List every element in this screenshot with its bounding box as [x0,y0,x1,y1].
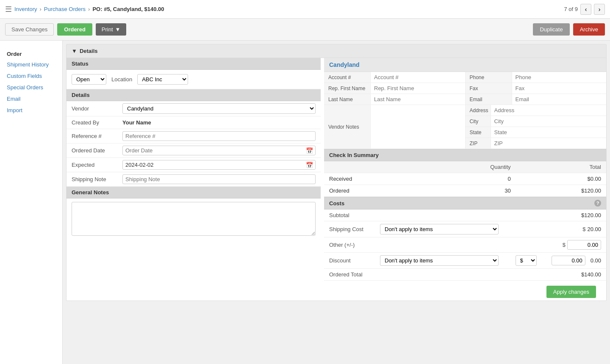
costs-row-other: Other (+/-) $ [324,237,606,253]
other-mid [375,237,543,253]
panel-header-details[interactable]: ▼ Details [67,44,606,58]
address-input-wrap [491,105,607,116]
costs-row-shipping: Shipping Cost Don't apply to items Apply… [324,221,606,237]
details-panel: ▼ Details Status Open [66,44,607,301]
last-name-input-wrap [371,94,465,105]
next-button[interactable]: › [594,4,605,15]
top-nav: ☰ Inventory › Purchase Orders › PO: #5, … [0,0,610,19]
calendar-icon-expected: 📅 [306,162,313,168]
reference-input[interactable] [122,131,316,141]
archive-button[interactable]: Archive [573,23,605,36]
print-button[interactable]: Print ▼ [96,23,127,36]
expected-label: Expected [72,162,122,168]
prev-button[interactable]: ‹ [580,4,591,15]
vendor-header: Candyland [324,58,606,72]
shipping-note-input[interactable] [122,174,316,184]
discount-unit-select[interactable]: $ % [516,255,537,266]
received-qty: 0 [424,173,516,185]
hamburger-icon[interactable]: ☰ [5,5,12,14]
fax-cell: Fax [466,83,607,94]
phone-cell: Phone [466,72,607,83]
expected-input[interactable] [122,160,316,170]
discount-amount-cell: 0.00 [543,253,606,269]
apply-changes-button[interactable]: Apply changes [546,286,596,298]
expected-row: Expected 📅 [67,158,321,172]
address-label: Address [466,105,491,116]
zip-input-wrap [491,138,607,149]
location-label: Location [111,76,132,83]
sidebar-item-custom-fields[interactable]: Custom Fields [0,70,62,82]
help-icon[interactable]: ? [594,200,601,207]
costs-title: Costs [329,200,344,207]
last-name-label: Last Name [324,94,371,105]
sidebar-item-special-orders[interactable]: Special Orders [0,82,62,93]
discount-select[interactable]: Don't apply to items Apply to items [380,255,499,266]
address-input[interactable] [491,105,607,116]
sidebar-section-order: Order [0,47,62,59]
zip-input[interactable] [491,138,607,149]
costs-row-discount: Discount Don't apply to items Apply to i… [324,253,606,269]
details-grid: Status Open Closed Pending Location [67,58,606,301]
rep-first-input[interactable] [371,83,465,94]
vendor-notes-area [371,105,465,149]
sidebar-item-email[interactable]: Email [0,93,62,105]
status-section-body: Open Closed Pending Location ABC Inc Oth… [67,70,321,89]
vendor-select[interactable]: Candyland [122,103,316,114]
shipping-note-value [122,174,316,184]
vendor-row: Vendor Candyland [67,101,321,116]
breadcrumb-sep1: › [39,6,41,12]
address-right: Address City [466,105,607,149]
shipping-cost-select[interactable]: Don't apply to items Apply to items [380,224,499,234]
discount-select-cell: Don't apply to items Apply to items [375,253,510,269]
reference-value [122,131,316,141]
col-total: Total [516,161,606,173]
received-label: Received [324,173,424,185]
state-input[interactable] [491,127,607,138]
shipping-select-cell: Don't apply to items Apply to items [375,221,543,237]
status-select[interactable]: Open Closed Pending [72,74,106,85]
shipping-note-label: Shipping Note [72,176,122,182]
rep-first-label: Rep. First Name [324,83,371,94]
general-notes-textarea[interactable] [72,202,316,236]
ordered-button[interactable]: Ordered [57,23,92,36]
city-input[interactable] [491,116,607,127]
ordered-date-row: Ordered Date 📅 [67,143,321,158]
state-input-wrap [491,127,607,138]
save-button[interactable]: Save Changes [5,23,54,36]
email-cell: Email [466,94,607,105]
account-input[interactable] [371,72,465,83]
vendor-notes-textarea[interactable] [371,105,465,143]
sidebar-item-import[interactable]: Import [0,105,62,116]
vendor-value: Candyland [122,103,316,114]
email-input[interactable] [512,94,607,105]
ordered-date-label: Ordered Date [72,147,122,154]
other-input[interactable] [567,240,601,250]
ordered-date-wrapper: 📅 [122,146,316,155]
pagination-label: 7 of 9 [564,6,578,12]
last-name-input[interactable] [371,94,465,105]
location-select[interactable]: ABC Inc Other Location [137,74,188,85]
panel-title-details: Details [80,48,98,54]
discount-input[interactable] [552,256,585,265]
vendor-row-1: Account # Phone [324,72,606,83]
duplicate-button[interactable]: Duplicate [533,23,569,36]
sidebar-item-shipment-history[interactable]: Shipment History [0,59,62,70]
discount-label: Discount [324,253,375,269]
expected-wrapper: 📅 [122,160,316,170]
email-input-wrap [512,94,607,105]
fax-input[interactable] [512,83,607,94]
breadcrumb-inventory[interactable]: Inventory [14,6,37,12]
last-name-cell: Last Name [324,94,466,105]
ordered-total-amount: $140.00 [543,269,606,281]
calendar-icon-ordered: 📅 [306,147,313,154]
breadcrumb: ☰ Inventory › Purchase Orders › PO: #5, … [5,5,164,14]
state-label: State [466,127,491,138]
status-section-header: Status [67,58,321,70]
ordered-date-input[interactable] [122,146,316,155]
vendor-notes-address-row: Vendor Notes Address [324,105,606,149]
main-layout: Order Shipment History Custom Fields Spe… [0,41,610,364]
phone-input[interactable] [512,72,607,83]
city-input-wrap [491,116,607,127]
created-by-text: Your Name [122,119,151,126]
breadcrumb-purchase-orders[interactable]: Purchase Orders [44,6,86,12]
